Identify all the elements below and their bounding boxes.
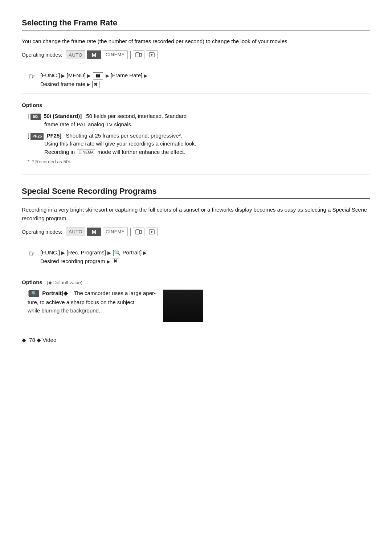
instruction-box-1: ☞ [FUNC.] ▶ [MENU] ▶ ▮▮ ▶ [Frame Rate] ▶… (22, 66, 370, 94)
x-mark-2: ✖ (112, 258, 119, 265)
mode-play-2 (146, 228, 158, 236)
option-50i-bracket-open: [ (28, 112, 29, 120)
instruction-line1-1: [FUNC.] ▶ [MENU] ▶ ▮▮ ▶ [Frame Rate] ▶ (40, 72, 147, 78)
svg-rect-4 (136, 230, 139, 234)
options-heading-1: Options (22, 102, 370, 108)
arrow-2a: ▶ (61, 249, 65, 257)
mode-auto-1: AUTO (66, 50, 85, 59)
footnote-1: * * Recorded as 50i. (22, 159, 370, 164)
operating-modes-1: Operating modes: AUTO M CINEMA (22, 50, 370, 59)
instruction-line2-1: Desired frame rate ▶ ✖ (40, 81, 99, 87)
arrow-1e: ▶ (87, 81, 90, 89)
options-default-note: (◆ Default value) (47, 280, 82, 285)
page-footer: ◆ 78 ◆ Video (22, 337, 370, 343)
option-pf25-desc: Shooting at 25 frames per second, progre… (66, 131, 183, 140)
option-50i-sub: frame rate of PAL analog TV signals. (44, 120, 187, 129)
arrow-2c: ▶ (143, 249, 147, 257)
section1-body: You can change the frame rate (the numbe… (22, 37, 370, 45)
option-portrait-with-image: [🔍 Portrait]◆ The camcorder uses a large… (28, 289, 203, 322)
option-pf25-bracket-open: [ (28, 131, 29, 140)
arrow-1c: ▶ (106, 72, 109, 80)
mode-sep-1 (130, 51, 131, 59)
svg-marker-7 (151, 231, 153, 233)
mode-play-1 (146, 50, 158, 59)
option-portrait-extra: ture, to achieve a sharp focus on the su… (28, 298, 156, 315)
instruction-line1-2: [FUNC.] ▶ [Rec. Programs] ▶ [🔍 Portrait]… (40, 249, 147, 255)
mode-cinema-2: CINEMA (103, 228, 128, 236)
mode-scn-2 (133, 228, 144, 236)
option-portrait-name: Portrait]◆ (42, 290, 68, 296)
option-portrait-line1: [🔍 Portrait]◆ The camcorder uses a large… (28, 290, 156, 296)
option-pf25: [ PF25 PF25] Shooting at 25 frames per s… (22, 131, 370, 156)
footnote-star-1: * (28, 159, 29, 164)
option-portrait-desc1: The camcorder uses a large aper- (74, 290, 156, 296)
mode-cinema-1: CINEMA (103, 50, 128, 59)
arrow-2d: ▶ (107, 258, 110, 266)
options-heading-2-text: Options (22, 279, 42, 285)
instruction-line2-2: Desired recording program ▶ ✖ (40, 258, 119, 264)
option-pf25-name: PF25] (46, 131, 61, 140)
section-special-scene: Special Scene Recording Programs Recordi… (22, 183, 370, 322)
section2-body: Recording in a very bright ski resort or… (22, 205, 370, 222)
section-divider (22, 175, 370, 175)
option-portrait: [🔍 Portrait]◆ The camcorder uses a large… (22, 289, 370, 322)
option-50i-name: 50i (Standard)] (44, 112, 82, 120)
option-50i-desc: 50 fields per second, interlaced. Standa… (86, 112, 187, 120)
section-frame-rate: Selecting the Frame Rate You can change … (22, 15, 370, 164)
mode-m-2: M (87, 228, 101, 236)
mode-m-1: M (87, 50, 101, 59)
option-50i-line1: [ 50i 50i (Standard)] 50 fields per seco… (28, 112, 187, 120)
option-50i-inner: [ 50i 50i (Standard)] 50 fields per seco… (28, 112, 187, 128)
option-portrait-desc3: while blurring the background. (28, 307, 100, 314)
option-50i: [ 50i 50i (Standard)] 50 fields per seco… (22, 112, 370, 128)
instruction-text-2: [FUNC.] ▶ [Rec. Programs] ▶ [🔍 Portrait]… (40, 248, 147, 266)
option-portrait-tag: 🔍 (29, 290, 39, 297)
portrait-image-bg (163, 290, 203, 322)
portrait-sample-image (163, 290, 203, 322)
option-pf25-line1: [ PF25 PF25] Shooting at 25 frames per s… (28, 131, 196, 140)
cinema-inline-1: CINEMA (77, 150, 95, 155)
mode-sep-2 (130, 228, 131, 236)
section1-heading: Selecting the Frame Rate (22, 15, 370, 30)
modes-label-2: Operating modes: (22, 229, 62, 235)
page-section-bullet: ◆ (37, 337, 42, 343)
instruction-text-1: [FUNC.] ▶ [MENU] ▶ ▮▮ ▶ [Frame Rate] ▶ D… (40, 71, 147, 89)
svg-marker-3 (151, 54, 153, 56)
hand-icon-2: ☞ (29, 249, 36, 258)
operating-modes-2: Operating modes: AUTO M CINEMA (22, 228, 370, 236)
svg-rect-0 (136, 53, 139, 57)
footnote-text-1: * Recorded as 50i. (32, 159, 71, 164)
option-pf25-tag: PF25 (30, 133, 44, 140)
page-bullet: ◆ (22, 337, 26, 343)
mode-scn-1 (133, 50, 144, 59)
options-section-2: Options (◆ Default value) [🔍 Portrait]◆ … (22, 279, 370, 322)
arrow-1d: ▶ (144, 72, 147, 80)
svg-rect-5 (140, 230, 142, 233)
menu-icon-1: ▮▮ (93, 72, 103, 79)
x-mark-1: ✖ (92, 81, 99, 88)
hand-icon-1: ☞ (29, 72, 36, 81)
modes-label-1: Operating modes: (22, 52, 62, 58)
option-pf25-sub1: Using this frame rate will give your rec… (44, 140, 196, 148)
svg-rect-1 (140, 53, 142, 56)
arrow-1a: ▶ (61, 72, 65, 80)
options-section-1: Options [ 50i 50i (Standard)] 50 fields … (22, 102, 370, 164)
instruction-box-2: ☞ [FUNC.] ▶ [Rec. Programs] ▶ [🔍 Portrai… (22, 243, 370, 271)
arrow-1b: ▶ (87, 72, 91, 80)
section2-heading: Special Scene Recording Programs (22, 183, 370, 199)
options-heading-2: Options (◆ Default value) (22, 279, 370, 285)
option-portrait-text: [🔍 Portrait]◆ The camcorder uses a large… (28, 289, 156, 315)
option-pf25-sub2: Recording in CINEMA mode will further en… (44, 148, 196, 156)
option-portrait-desc2: ture, to achieve a sharp focus on the su… (28, 299, 134, 305)
mode-auto-2: AUTO (66, 228, 85, 236)
page-number-text: 78 (29, 337, 35, 343)
arrow-2b: ▶ (107, 249, 111, 257)
page-section-text: Video (42, 337, 56, 343)
option-pf25-inner: [ PF25 PF25] Shooting at 25 frames per s… (28, 131, 196, 156)
option-50i-tag: 50i (30, 114, 41, 120)
